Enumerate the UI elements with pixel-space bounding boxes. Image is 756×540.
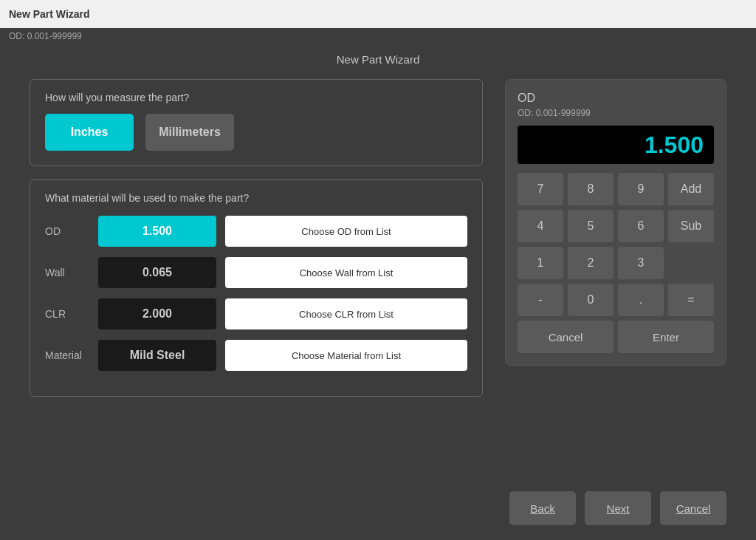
measurement-title: How will you measure the part? [45, 92, 467, 103]
numpad-5[interactable]: 5 [568, 210, 614, 242]
left-panel: How will you measure the part? Inches Mi… [30, 79, 483, 397]
right-panel: OD OD: 0.001-999999 1.500 7 8 9 Add 4 5 … [505, 79, 726, 397]
numpad-add[interactable]: Add [668, 173, 714, 205]
material-row: Material Mild Steel Choose Material from… [45, 340, 467, 371]
material-title: What material will be used to make the p… [45, 192, 467, 204]
numpad-actions: Cancel Enter [518, 321, 714, 353]
numpad-display-value: 1.500 [645, 131, 704, 159]
material-box: What material will be used to make the p… [30, 180, 483, 397]
numpad-9[interactable]: 9 [618, 173, 664, 205]
numpad-6[interactable]: 6 [618, 210, 664, 242]
main-content: How will you measure the part? Inches Mi… [0, 72, 756, 397]
numpad-dot[interactable]: . [618, 284, 664, 316]
material-label: Material [45, 349, 89, 361]
material-value[interactable]: Mild Steel [98, 340, 216, 371]
numpad-title: OD [518, 92, 714, 105]
od-value[interactable]: 1.500 [98, 216, 216, 247]
cancel-button[interactable]: Cancel [660, 491, 726, 525]
numpad-empty [668, 247, 714, 279]
next-button[interactable]: Next [585, 491, 651, 525]
title-bar: New Part Wizard [0, 0, 756, 28]
wall-row: Wall 0.065 Choose Wall from List [45, 257, 467, 288]
choose-clr-button[interactable]: Choose CLR from List [225, 298, 467, 329]
bottom-nav: Back Next Cancel [509, 491, 726, 525]
back-button[interactable]: Back [509, 491, 576, 525]
app-title: New Part Wizard [9, 8, 90, 20]
clr-value[interactable]: 2.000 [98, 298, 216, 329]
numpad-enter-button[interactable]: Enter [618, 321, 714, 353]
od-label: OD [45, 225, 89, 237]
choose-od-button[interactable]: Choose OD from List [225, 216, 467, 247]
clr-label: CLR [45, 308, 89, 320]
numpad-3[interactable]: 3 [618, 247, 664, 279]
numpad-sub[interactable]: Sub [668, 210, 714, 242]
wall-value[interactable]: 0.065 [98, 257, 216, 288]
millimeters-button[interactable]: Millimeters [145, 114, 234, 151]
numpad-grid: 7 8 9 Add 4 5 6 Sub 1 2 3 - 0 . = [518, 173, 714, 316]
numpad-0[interactable]: 0 [568, 284, 614, 316]
numpad-1[interactable]: 1 [518, 247, 563, 279]
numpad-equals[interactable]: = [668, 284, 714, 316]
numpad-8[interactable]: 8 [568, 173, 614, 205]
numpad-4[interactable]: 4 [518, 210, 563, 242]
clr-row: CLR 2.000 Choose CLR from List [45, 298, 467, 329]
page-title: New Part Wizard [0, 44, 756, 72]
measurement-box: How will you measure the part? Inches Mi… [30, 79, 483, 166]
measurement-buttons: Inches Millimeters [45, 114, 467, 151]
numpad-display: 1.500 [518, 126, 714, 164]
numpad-7[interactable]: 7 [518, 173, 563, 205]
numpad-minus[interactable]: - [518, 284, 563, 316]
choose-wall-button[interactable]: Choose Wall from List [225, 257, 467, 288]
inches-button[interactable]: Inches [45, 114, 134, 151]
od-subtitle: OD: 0.001-999999 [0, 28, 756, 44]
od-row: OD 1.500 Choose OD from List [45, 216, 467, 247]
wall-label: Wall [45, 267, 89, 278]
numpad-2[interactable]: 2 [568, 247, 614, 279]
numpad-cancel-button[interactable]: Cancel [518, 321, 614, 353]
numpad-box: OD OD: 0.001-999999 1.500 7 8 9 Add 4 5 … [505, 79, 726, 366]
numpad-range: OD: 0.001-999999 [518, 108, 714, 118]
choose-material-button[interactable]: Choose Material from List [225, 340, 467, 371]
